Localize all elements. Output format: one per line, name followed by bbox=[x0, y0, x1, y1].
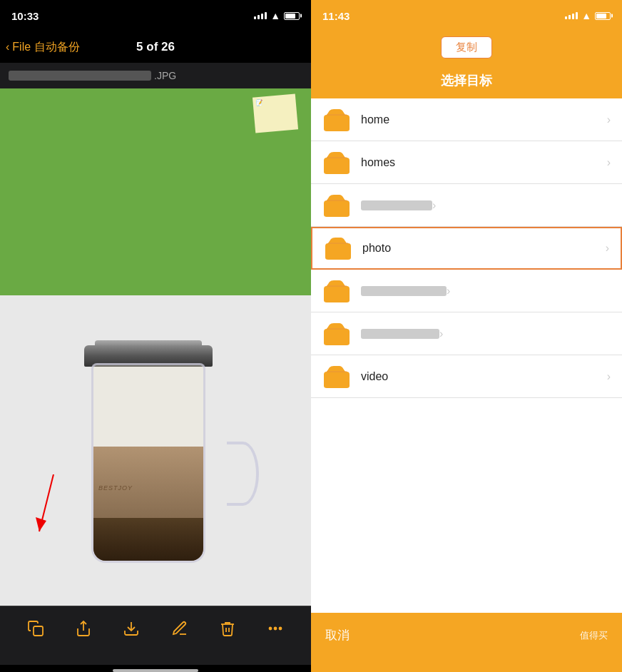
left-panel: 10:33 ▲ ‹ File 自动备份 5 of 26 .JPG bbox=[0, 0, 311, 672]
chevron-video: › bbox=[607, 370, 611, 383]
copy-toolbar-button[interactable] bbox=[20, 613, 51, 644]
cancel-button[interactable]: 取消 bbox=[325, 627, 350, 643]
folder-name-video: video bbox=[361, 370, 607, 383]
chevron-blurred-3: › bbox=[439, 327, 443, 340]
sticky-note: 📝 bbox=[253, 93, 298, 133]
red-arrow bbox=[32, 474, 75, 549]
right-wifi-icon: ▲ bbox=[581, 10, 591, 21]
folder-item-blurred-1[interactable]: › bbox=[311, 184, 622, 227]
left-home-indicator bbox=[113, 669, 198, 672]
back-chevron-icon: ‹ bbox=[6, 41, 9, 54]
right-time: 11:43 bbox=[322, 10, 350, 22]
share-toolbar-button[interactable] bbox=[68, 613, 99, 644]
mug-tea bbox=[93, 447, 203, 561]
left-nav-bar: ‹ File 自动备份 5 of 26 bbox=[0, 31, 311, 63]
folder-list: home › homes › › bbox=[311, 98, 622, 613]
left-status-bar: 10:33 ▲ bbox=[0, 0, 311, 31]
right-status-icons: ▲ bbox=[565, 10, 611, 21]
folder-item-video[interactable]: video › bbox=[311, 355, 622, 398]
copy-button[interactable]: 复制 bbox=[441, 36, 492, 58]
filename-blur bbox=[9, 71, 151, 81]
svg-marker-1 bbox=[36, 517, 46, 531]
filename-ext: .JPG bbox=[154, 70, 176, 81]
folder-icon-photo bbox=[324, 236, 352, 260]
right-header: 选择目标 bbox=[311, 63, 622, 98]
back-button[interactable]: ‹ File 自动备份 bbox=[6, 40, 80, 55]
more-icon bbox=[267, 620, 284, 637]
nav-counter: 5 of 26 bbox=[136, 40, 175, 54]
svg-point-6 bbox=[275, 628, 277, 630]
folder-item-blurred-2[interactable]: › bbox=[311, 270, 622, 312]
back-label: File 自动备份 bbox=[12, 40, 79, 55]
edit-icon bbox=[171, 620, 188, 637]
mug-handle bbox=[227, 442, 259, 506]
more-toolbar-button[interactable] bbox=[260, 613, 291, 644]
folder-item-homes[interactable]: homes › bbox=[311, 141, 622, 184]
chevron-photo: › bbox=[606, 242, 609, 255]
svg-rect-2 bbox=[34, 626, 43, 636]
left-time: 10:33 bbox=[11, 10, 39, 22]
mug-brand: BESTJOY bbox=[98, 484, 133, 492]
folder-icon-blurred-1 bbox=[322, 193, 351, 218]
folder-name-homes: homes bbox=[361, 156, 607, 169]
copy-icon bbox=[27, 620, 44, 637]
chevron-home: › bbox=[607, 113, 611, 126]
share-icon bbox=[75, 620, 92, 637]
watermark-text: 值得买 bbox=[580, 629, 608, 642]
folder-name-home: home bbox=[361, 113, 607, 126]
folder-name-photo: photo bbox=[362, 242, 606, 255]
edit-toolbar-button[interactable] bbox=[164, 613, 195, 644]
folder-name-blur-2 bbox=[361, 286, 447, 296]
download-icon bbox=[123, 620, 140, 637]
battery-icon bbox=[284, 12, 300, 20]
chevron-blurred-2: › bbox=[447, 285, 450, 297]
right-status-bar: 11:43 ▲ bbox=[311, 0, 622, 31]
mug-leaves bbox=[93, 518, 203, 561]
wifi-icon: ▲ bbox=[270, 10, 280, 21]
folder-icon-blurred-2 bbox=[322, 279, 351, 303]
folder-item-blurred-3[interactable]: › bbox=[311, 312, 622, 355]
delete-toolbar-button[interactable] bbox=[212, 613, 243, 644]
folder-name-blur-3 bbox=[361, 329, 439, 339]
download-toolbar-button[interactable] bbox=[116, 613, 147, 644]
filename-bar: .JPG bbox=[0, 63, 311, 88]
watermark: 值得买 bbox=[580, 629, 608, 642]
folder-name-blur-1 bbox=[361, 200, 432, 210]
mug-container: BESTJOY bbox=[77, 320, 234, 563]
right-action-bar: 复制 bbox=[311, 31, 622, 63]
folder-icon-homes bbox=[322, 151, 351, 175]
signal-icon bbox=[254, 12, 267, 19]
chevron-homes: › bbox=[607, 156, 611, 169]
right-signal-icon bbox=[565, 12, 578, 19]
right-battery-icon bbox=[595, 12, 611, 20]
photo-background: 📝 BESTJOY bbox=[0, 88, 311, 606]
right-header-title: 选择目标 bbox=[441, 72, 492, 89]
mug-glass bbox=[91, 363, 205, 563]
delete-icon bbox=[219, 620, 236, 637]
svg-point-7 bbox=[280, 628, 282, 630]
left-status-icons: ▲ bbox=[254, 10, 300, 21]
svg-point-5 bbox=[270, 628, 272, 630]
bottom-toolbar bbox=[0, 606, 311, 665]
folder-icon-home bbox=[322, 108, 351, 132]
photo-area: 📝 BESTJOY bbox=[0, 88, 311, 606]
folder-item-home[interactable]: home › bbox=[311, 98, 622, 141]
chevron-blurred-1: › bbox=[432, 199, 436, 212]
folder-icon-video bbox=[322, 365, 351, 389]
right-panel: 11:43 ▲ 复制 选择目标 bbox=[311, 0, 622, 672]
right-bottom-bar: 取消 值得买 bbox=[311, 613, 622, 672]
folder-icon-blurred-3 bbox=[322, 322, 351, 346]
folder-item-photo[interactable]: photo › bbox=[311, 227, 622, 270]
